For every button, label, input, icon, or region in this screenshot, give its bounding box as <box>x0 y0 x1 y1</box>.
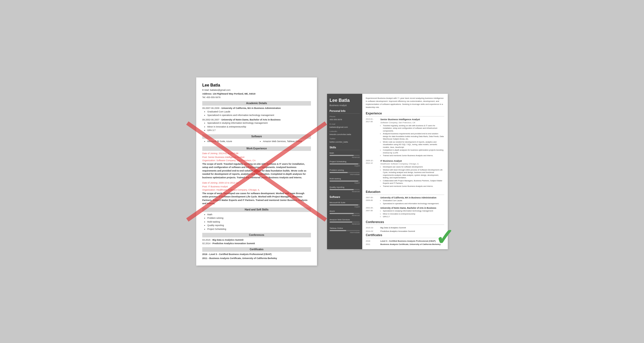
list-item: Microsoft BI Suite, Azure <box>207 140 255 143</box>
exp-dates-1: 2013-01 - 2017-06 <box>366 118 378 157</box>
conf-right-date-1: 2015-03 <box>366 226 378 229</box>
resume-right: Lee Batla Business Analyst Personal Info… <box>327 94 448 249</box>
edu-entry-2: 09.2002-06.2007 - University of Notre Da… <box>202 118 311 132</box>
software-col1: Microsoft BI Suite, Azure <box>207 140 255 144</box>
scope-label-2: The scope of work: <box>202 192 223 195</box>
edu-bullets-1: Graduated Cum Laude Specialized in opera… <box>207 110 311 117</box>
work-post-1: Post: Senior Business Intelligence Analy… <box>202 156 311 159</box>
skill-level-math: Advanced <box>330 156 360 159</box>
conf-entry-1: 03.2015 - Big Data & Analytics Summit <box>202 238 311 242</box>
work-org-1: Organization: Software Company, San Fran… <box>202 159 311 162</box>
certificates-section-header: Certificates <box>202 247 311 252</box>
list-item: Graduated Cum Laude. <box>383 199 444 202</box>
conf-right-name-1: Big Data & Analytics Summit <box>380 226 406 229</box>
list-item: Specialized in operations and informatio… <box>207 114 311 117</box>
cert-entry-1: 2016 - Level 3 - Certified Business Anal… <box>202 253 311 256</box>
software-name-aws: Amazon Web Services <box>330 218 360 221</box>
cert-right-name-1: Level 3 - Certified Business Analysis Pr… <box>380 240 436 242</box>
work-entry-1: Date of Joining: 2013-01 to 2017-06 Post… <box>202 152 311 179</box>
software-bar-bg-tableau <box>330 230 360 231</box>
work-section-header: Work Experience <box>202 146 311 151</box>
exp-company-1: Software Company, San Francisco, CA <box>380 121 444 124</box>
list-item: Trained and mentored Junior Business Ana… <box>383 185 444 188</box>
address-value: 134 Rightward Way Portland, ME, 04019 <box>213 93 256 95</box>
skill-bar-bg-prob <box>330 172 360 173</box>
left-header: Lee Batla E-Mail: batlalee@gmail.com Add… <box>202 82 311 99</box>
academic-section-header: Academic Details <box>202 101 311 106</box>
software-azure: Azure Advanced <box>330 210 360 217</box>
list-item: Specialized in operations and informatio… <box>383 202 444 205</box>
cert-right-name-2: Business Analysis Certificate, Universit… <box>380 243 440 246</box>
skill-level-mt: Expert <box>330 182 360 184</box>
list-item: Specialized in studying information tech… <box>207 121 311 125</box>
work-date-2: Date of Joining: 2009-10 to 2012-12 <box>202 181 311 185</box>
skill-name-ps: Project Scheduling <box>330 160 360 163</box>
edu-dates-1: 09.2007-06.2009 <box>202 107 219 109</box>
list-item: Math <box>207 213 311 217</box>
cert-right-year-2: 2011 <box>366 243 378 246</box>
skills-section: Math Problem solving Multi-tasking Quali… <box>202 213 311 231</box>
skill-bar-bg-qr <box>330 189 360 190</box>
software-level-bi: Expert <box>330 206 360 208</box>
exp-dates-2: 2009-10 - 2012-12 <box>366 159 378 188</box>
skill-name-mt: Multi-tasking <box>330 177 360 180</box>
skill-level-ps: Expert <box>330 165 360 167</box>
work-section: Date of Joining: 2013-01 to 2017-06 Post… <box>202 152 311 205</box>
edu-bullets-2: Specialized in studying information tech… <box>207 121 311 132</box>
software-bar-fill-bi <box>330 204 358 205</box>
twitter-value: twitter.com/lee_batla <box>330 141 360 143</box>
skill-bar-fill-mt <box>330 181 358 182</box>
edu-end-1: 2009-06 <box>366 199 378 202</box>
skill-bar-bg-mt <box>330 181 360 182</box>
exp-start-2: 2009-10 - <box>366 159 378 162</box>
edu-right-bullets-1: Graduated Cum Laude. Specialized in oper… <box>383 199 444 205</box>
skill-quality-reporting: Quality reporting Advanced <box>330 186 360 193</box>
left-address: Address: 134 Rightward Way Portland, ME,… <box>202 92 311 96</box>
software-bar-fill-tableau <box>330 230 346 231</box>
software-level-tableau: Intermediate <box>330 231 360 234</box>
conf-entry-2: 02.2014 - Predictive Analytics Innovatio… <box>202 242 311 245</box>
conf-date-2: 02.2014 - <box>202 242 212 245</box>
work-org-2: Organization: Healthcare Software Compan… <box>202 188 311 192</box>
skill-level-prob: Intermediate <box>330 173 360 176</box>
list-item: Specialized in studying information tech… <box>383 210 444 212</box>
cert-name-1: Level 3 - Certified Business Analysis Pr… <box>209 253 271 255</box>
exp-entry-1: 2013-01 - 2017-06 Senior Business Intell… <box>366 118 444 157</box>
conferences-section: 03.2015 - Big Data & Analytics Summit 02… <box>202 238 311 245</box>
exp-company-2: Healthcare Software Company, Chicago, IL <box>380 162 444 165</box>
exp-content-1: Senior Business Intelligence Analyst Sof… <box>380 118 444 157</box>
software-bar-fill-aws <box>330 222 352 223</box>
edu-right-content-2: University of Notre Dame, Bachelor of Ar… <box>380 207 444 218</box>
conf-name-2: Predictive Analytics Innovation Summit <box>213 242 255 245</box>
edu-right-dates-1: 2007-09 - 2009-06 <box>366 196 378 205</box>
work-date-1: Date of Joining: 2013-01 to 2017-06 <box>202 152 311 155</box>
work-entry-2: Date of Joining: 2009-10 to 2012-12 Post… <box>202 181 311 205</box>
list-item: Analyzed business requirements and provi… <box>383 133 444 141</box>
phone-label: Phone <box>330 115 360 118</box>
software-level-azure: Advanced <box>330 214 360 217</box>
list-item: Wrote code as needed for development of … <box>383 141 444 149</box>
software-two-col: Microsoft BI Suite, Azure Amazon Web Ser… <box>202 140 311 145</box>
exp-start-1: 2013-01 - <box>366 118 378 121</box>
edu-degree-1: University of California, MA in Business… <box>221 107 281 109</box>
software-tableau: Tableau Online Intermediate <box>330 227 360 234</box>
edu-start-2: 2002-09 - <box>366 207 378 209</box>
skill-name-prob: Problem solving <box>330 169 360 172</box>
edu-dates-2: 09.2002-06.2007 <box>202 118 219 121</box>
left-name: Lee Batla <box>202 82 311 88</box>
email-value: batlalee@gmail.com <box>330 126 360 128</box>
cert-year-2: 2011 - <box>202 257 209 260</box>
cert-entry-2: 2011 - Business Analysis Certificate, Un… <box>202 257 311 260</box>
exp-content-2: IT Business Analyst Healthcare Software … <box>380 159 444 188</box>
certificates-section: 2016 - Level 3 - Certified Business Anal… <box>202 253 311 260</box>
linkedin-label: LinkedIn <box>330 130 360 133</box>
list-item: Minor in innovation & entrepreneurship <box>383 213 444 216</box>
edu-end-2: 2007-06 <box>366 209 378 212</box>
twitter-label: Twitter <box>330 137 360 140</box>
address-label: Address: <box>202 93 212 95</box>
software-bar-bg-bi <box>330 204 360 205</box>
edu-start-1: 2007-09 - <box>366 196 378 199</box>
cert-right-entry-2: 2011 Business Analysis Certificate, Univ… <box>366 243 444 246</box>
skill-bar-bg-math <box>330 155 360 156</box>
cert-right-entry-1: 2016 Level 3 - Certified Business Analys… <box>366 240 444 242</box>
